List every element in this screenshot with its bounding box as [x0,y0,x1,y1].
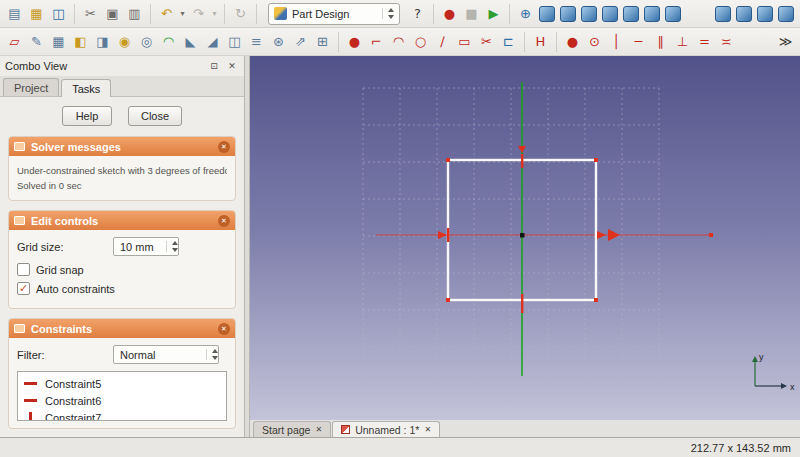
polar-pattern-icon[interactable]: ⊛ [268,31,289,52]
toolbar-separator [509,4,510,24]
external-geometry-icon[interactable]: ⊏ [498,31,519,52]
view-isometric-icon[interactable] [715,6,731,22]
tab-unnamed-document[interactable]: Unnamed : 1* ✕ [332,421,440,437]
workbench-spinner[interactable] [382,8,394,19]
map-sketch-icon[interactable]: ▦ [48,31,69,52]
grid-size-spinner[interactable] [166,241,178,252]
filter-select[interactable]: Normal [113,345,219,364]
close-icon[interactable]: ✕ [315,425,322,434]
copy-icon[interactable]: ▣ [102,3,123,24]
grid-size-select[interactable]: 10 mm [113,237,179,256]
grid-snap-checkbox[interactable] [17,263,30,276]
view-dimetric-icon[interactable] [736,6,752,22]
revolution-icon[interactable]: ◉ [114,31,135,52]
3d-viewport[interactable]: x y [250,56,800,420]
toolbar-separator [556,32,557,52]
section-collapse-icon[interactable]: ✕ [218,323,230,335]
section-collapse-icon[interactable]: ✕ [218,215,230,227]
whats-this-icon[interactable]: ? [407,3,428,24]
filter-spinner[interactable] [206,349,218,360]
constraint-label: Constraint7 [45,412,101,422]
view-rear-icon[interactable] [623,6,639,22]
trim-icon[interactable]: ✂ [476,31,497,52]
create-sketch-icon[interactable]: ▱ [4,31,25,52]
toolbar-standard: ▤ ▦ ◫ ✂ ▣ ▥ ↶ ▾ ↷ ▾ ↻ Part Design ? ● ■ … [0,0,800,28]
origin-point[interactable] [520,233,525,238]
view-top-icon[interactable] [581,6,597,22]
pad-icon[interactable]: ◧ [70,31,91,52]
constraint-label: Constraint5 [45,378,101,390]
view-axonometric-icon[interactable] [539,6,555,22]
combo-view-tabs: Project Tasks [0,76,244,97]
workbench-selector[interactable]: Part Design [268,3,400,25]
open-file-icon[interactable]: ▦ [26,3,47,24]
solver-message: Under-constrained sketch with 3 degrees … [17,163,227,178]
chamfer-icon[interactable]: ◣ [180,31,201,52]
section-folder-icon [14,216,25,225]
macro-stop-icon[interactable]: ■ [461,3,482,24]
mirrored-icon[interactable]: ◫ [224,31,245,52]
undo-menu-icon[interactable]: ▾ [178,3,187,24]
polyline-icon[interactable]: ⌐ [366,31,387,52]
constraint-list[interactable]: Constraint5 Constraint6 Constraint7 [17,371,227,421]
point-icon[interactable]: ● [344,31,365,52]
view-home-icon[interactable] [778,6,794,22]
paste-icon[interactable]: ▥ [124,3,145,24]
constraint-coincident-icon[interactable]: ● [562,31,583,52]
macro-record-icon[interactable]: ● [439,3,460,24]
multitransform-icon[interactable]: ⊞ [312,31,333,52]
view-left-icon[interactable] [665,6,681,22]
close-button[interactable]: Close [128,106,182,126]
panel-close-icon[interactable]: ✕ [225,59,239,73]
constraint-symmetric-icon[interactable]: ≍ [716,31,737,52]
tab-label: Start page [262,424,310,436]
view-trimetric-icon[interactable] [757,6,773,22]
constraint-horizontal-icon[interactable]: ─ [628,31,649,52]
view-right-icon[interactable] [602,6,618,22]
macro-play-icon[interactable]: ▶ [483,3,504,24]
redo-icon[interactable]: ↷ [188,3,209,24]
tab-project[interactable]: Project [3,78,59,96]
panel-float-icon[interactable]: ⊡ [207,59,221,73]
view-front-icon[interactable] [560,6,576,22]
groove-icon[interactable]: ◎ [136,31,157,52]
constraint-horizontal-distance-icon[interactable]: H [530,31,551,52]
rectangle-icon[interactable]: ▭ [454,31,475,52]
constraint-list-item[interactable]: Constraint5 [22,375,222,392]
constraint-equal-icon[interactable]: = [694,31,715,52]
help-button[interactable]: Help [62,106,112,126]
constraint-list-item[interactable]: Constraint7 [22,409,222,421]
auto-constraints-checkbox[interactable] [17,282,30,295]
toolbar-sketcher: ▱ ✎ ▦ ◧ ◨ ◉ ◎ ◠ ◣ ◢ ◫ ≡ ⊛ ⇗ ⊞ ● ⌐ ◠ ○ ∕ … [0,28,800,56]
pocket-icon[interactable]: ◨ [92,31,113,52]
tab-start-page[interactable]: Start page ✕ [253,421,331,437]
draft-icon[interactable]: ◢ [202,31,223,52]
toolbar-overflow-icon[interactable]: ≫ [775,31,796,52]
fit-all-icon[interactable]: ⊕ [515,3,536,24]
toolbar-separator [150,4,151,24]
tab-tasks[interactable]: Tasks [61,79,111,97]
scaled-icon[interactable]: ⇗ [290,31,311,52]
constraint-list-item[interactable]: Constraint6 [22,392,222,409]
new-file-icon[interactable]: ▤ [4,3,25,24]
refresh-icon[interactable]: ↻ [230,3,251,24]
cut-icon[interactable]: ✂ [80,3,101,24]
constraint-vertical-icon[interactable]: │ [606,31,627,52]
view-bottom-icon[interactable] [644,6,660,22]
constraint-parallel-icon[interactable]: ∥ [650,31,671,52]
fillet-icon[interactable]: ◠ [158,31,179,52]
save-icon[interactable]: ◫ [48,3,69,24]
redo-menu-icon[interactable]: ▾ [210,3,219,24]
arc-icon[interactable]: ◠ [388,31,409,52]
close-icon[interactable]: ✕ [424,425,431,434]
undo-icon[interactable]: ↶ [156,3,177,24]
constraint-point-on-object-icon[interactable]: ⊙ [584,31,605,52]
section-title: Solver messages [31,141,121,153]
section-collapse-icon[interactable]: ✕ [218,141,230,153]
linear-pattern-icon[interactable]: ≡ [246,31,267,52]
constraint-perpendicular-icon[interactable]: ⊥ [672,31,693,52]
filter-label: Filter: [17,349,113,361]
circle-icon[interactable]: ○ [410,31,431,52]
line-icon[interactable]: ∕ [432,31,453,52]
edit-sketch-icon[interactable]: ✎ [26,31,47,52]
